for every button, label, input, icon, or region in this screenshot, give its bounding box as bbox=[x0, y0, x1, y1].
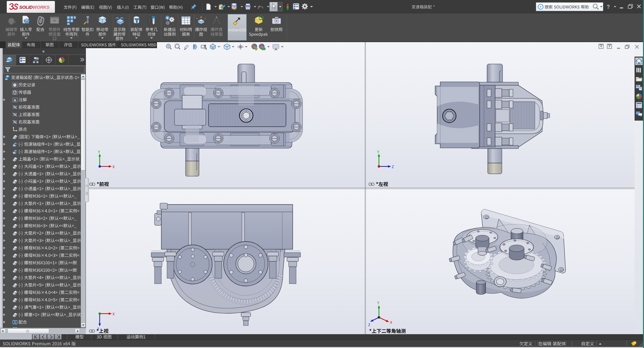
svg-text:?: ? bbox=[607, 4, 610, 10]
svg-text:A: A bbox=[13, 98, 16, 102]
svg-text:A: A bbox=[204, 46, 207, 50]
svg-text:?: ? bbox=[540, 5, 542, 9]
svg-text:!: ! bbox=[235, 7, 236, 10]
